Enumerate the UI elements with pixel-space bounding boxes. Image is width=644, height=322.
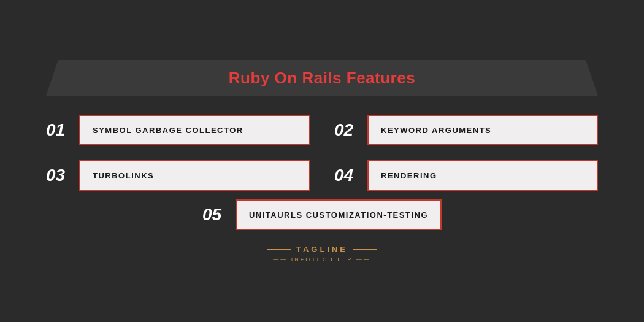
footer-logo: TAGLINE [267, 245, 377, 254]
footer-subtitle: —— INFOTECH LLP —— [273, 256, 370, 263]
feature-number-4: 04 [334, 166, 359, 185]
page-title: Ruby On Rails Features [229, 69, 415, 87]
feature-row-center: 05 UNITAURLS CUSTOMIZATION-TESTING [46, 199, 598, 230]
feature-number-2: 02 [334, 120, 359, 140]
feature-box-3: TURBOLINKS [79, 160, 310, 191]
footer-line-right [353, 249, 377, 250]
feature-item-1: 01 SYMBOL GARBAGE COLLECTOR [46, 115, 310, 145]
feature-item-4: 04 RENDERING [334, 160, 598, 191]
feature-item-5: 05 UNITAURLS CUSTOMIZATION-TESTING [202, 199, 442, 230]
feature-number-1: 01 [46, 120, 71, 140]
feature-number-5: 05 [202, 205, 227, 224]
feature-label-4: RENDERING [381, 171, 437, 180]
footer: TAGLINE —— INFOTECH LLP —— [267, 245, 377, 263]
main-container: Ruby On Rails Features 01 SYMBOL GARBAGE… [46, 60, 598, 263]
feature-box-1: SYMBOL GARBAGE COLLECTOR [79, 115, 310, 145]
feature-box-5: UNITAURLS CUSTOMIZATION-TESTING [236, 199, 442, 230]
features-grid: 01 SYMBOL GARBAGE COLLECTOR 02 KEYWORD A… [46, 115, 598, 191]
footer-logo-text: TAGLINE [296, 245, 348, 254]
title-banner: Ruby On Rails Features [46, 60, 598, 96]
feature-item-3: 03 TURBOLINKS [46, 160, 310, 191]
feature-label-2: KEYWORD ARGUMENTS [381, 126, 491, 135]
feature-box-2: KEYWORD ARGUMENTS [367, 115, 598, 145]
feature-label-1: SYMBOL GARBAGE COLLECTOR [93, 126, 243, 135]
feature-box-4: RENDERING [367, 160, 598, 191]
feature-label-3: TURBOLINKS [93, 171, 154, 180]
feature-item-2: 02 KEYWORD ARGUMENTS [334, 115, 598, 145]
feature-number-3: 03 [46, 166, 71, 185]
footer-line-left [267, 249, 291, 250]
feature-label-5: UNITAURLS CUSTOMIZATION-TESTING [249, 210, 428, 220]
